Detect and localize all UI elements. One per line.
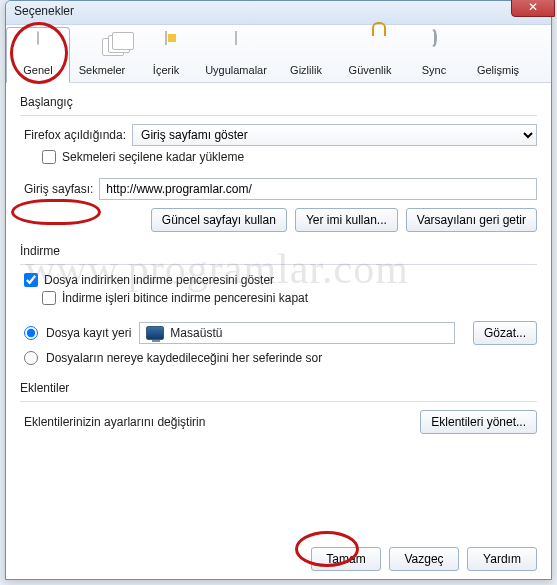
tab-label: Gizlilik — [290, 64, 322, 76]
load-tabs-label: Sekmeleri seçilene kadar yükleme — [62, 150, 244, 164]
addons-heading: Eklentiler — [20, 381, 537, 395]
tab-label: Sync — [422, 64, 446, 76]
apps-icon — [198, 32, 274, 62]
divider — [20, 401, 537, 402]
save-location-value: Masaüstü — [170, 326, 222, 340]
home-label: Giriş sayfası: — [24, 182, 93, 196]
show-download-window-label: Dosya indirirken indirme penceresini gös… — [44, 273, 274, 287]
privacy-icon — [274, 32, 338, 62]
advanced-icon — [466, 32, 530, 62]
tab-general[interactable]: Genel — [6, 27, 70, 83]
browse-button[interactable]: Gözat... — [473, 321, 537, 345]
use-current-button[interactable]: Güncel sayfayı kullan — [151, 208, 287, 232]
save-location-field[interactable]: Masaüstü — [139, 322, 455, 344]
save-location-label: Dosya kayıt yeri — [46, 326, 131, 340]
dialog-footer: Tamam Vazgeç Yardım — [311, 547, 537, 571]
panel-general: Başlangıç Firefox açıldığında: Giriş say… — [6, 83, 551, 434]
close-button[interactable]: ✕ — [511, 0, 555, 17]
ask-location-label: Dosyaların nereye kaydedileceğini her se… — [46, 351, 322, 365]
close-download-done-label: İndirme işleri bitince indirme penceresi… — [62, 291, 308, 305]
tab-sync[interactable]: Sync — [402, 28, 466, 82]
divider — [20, 264, 537, 265]
tab-label: Uygulamalar — [205, 64, 267, 76]
tab-label: İçerik — [153, 64, 179, 76]
divider — [20, 115, 537, 116]
ask-location-radio[interactable] — [24, 351, 38, 365]
manage-addons-button[interactable]: Eklentileri yönet... — [420, 410, 537, 434]
window-title: Seçenekler — [14, 4, 74, 18]
tab-guvenlik[interactable]: Güvenlik — [338, 28, 402, 82]
options-window: Seçenekler ✕ Genel Sekmeler İçerik Uygul… — [5, 0, 552, 580]
tab-gelismis[interactable]: Gelişmiş — [466, 28, 530, 82]
downloads-heading: İndirme — [20, 244, 537, 258]
general-icon — [7, 32, 69, 62]
load-tabs-checkbox[interactable] — [42, 150, 56, 164]
content-icon — [134, 32, 198, 62]
tab-uygulamalar[interactable]: Uygulamalar — [198, 28, 274, 82]
cancel-button[interactable]: Vazgeç — [389, 547, 459, 571]
startup-combo[interactable]: Giriş sayfamı göster — [132, 124, 537, 146]
tabs-icon — [70, 32, 134, 62]
tab-label: Gelişmiş — [477, 64, 519, 76]
use-bookmark-button[interactable]: Yer imi kullan... — [295, 208, 398, 232]
ok-button[interactable]: Tamam — [311, 547, 381, 571]
desktop-icon — [146, 326, 164, 340]
show-download-window-checkbox[interactable] — [24, 273, 38, 287]
tab-icerik[interactable]: İçerik — [134, 28, 198, 82]
tab-label: Sekmeler — [79, 64, 125, 76]
close-download-done-checkbox[interactable] — [42, 291, 56, 305]
save-location-radio[interactable] — [24, 326, 38, 340]
tab-label: Güvenlik — [349, 64, 392, 76]
tab-sekmeler[interactable]: Sekmeler — [70, 28, 134, 82]
category-toolbar: Genel Sekmeler İçerik Uygulamalar Gizlil… — [6, 25, 551, 83]
close-icon: ✕ — [528, 0, 538, 14]
help-button[interactable]: Yardım — [467, 547, 537, 571]
open-label: Firefox açıldığında: — [24, 128, 126, 142]
security-icon — [338, 32, 402, 62]
restore-default-button[interactable]: Varsayılanı geri getir — [406, 208, 537, 232]
titlebar: Seçenekler ✕ — [6, 1, 551, 25]
startup-heading: Başlangıç — [20, 95, 537, 109]
home-url-input[interactable] — [99, 178, 537, 200]
tab-gizlilik[interactable]: Gizlilik — [274, 28, 338, 82]
tab-label: Genel — [23, 64, 52, 76]
addons-sub: Eklentilerinizin ayarlarını değiştirin — [24, 415, 205, 429]
sync-icon — [402, 32, 466, 62]
